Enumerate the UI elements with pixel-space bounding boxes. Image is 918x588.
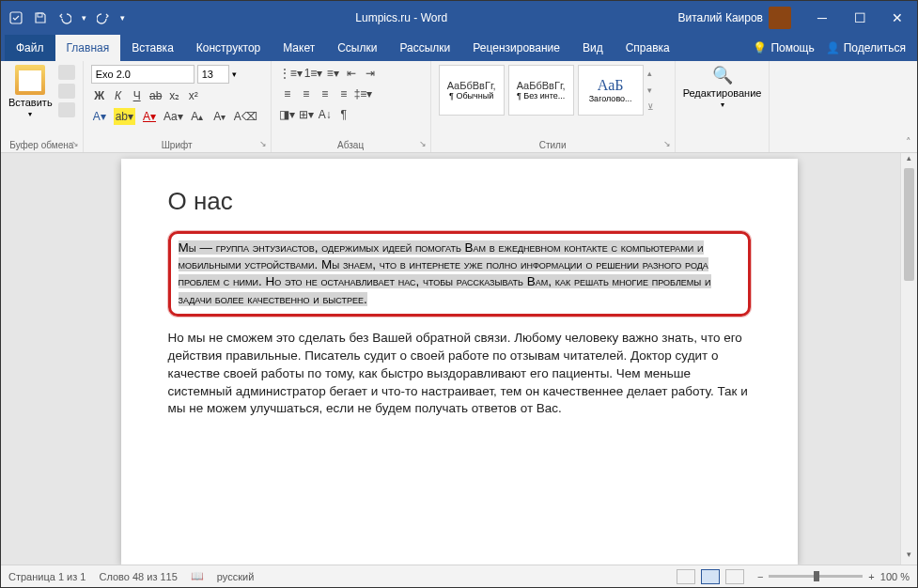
tab-review[interactable]: Рецензирование [461, 35, 571, 61]
word-count[interactable]: Слово 48 из 115 [99, 571, 177, 582]
tab-layout[interactable]: Макет [272, 35, 326, 61]
sort-button[interactable]: A↓ [317, 106, 334, 123]
highlight-button[interactable]: ab▾ [114, 108, 135, 125]
group-editing: 🔍 Редактирование ▾ [676, 61, 770, 152]
tab-insert[interactable]: Вставка [120, 35, 185, 61]
autosave-icon[interactable] [8, 10, 23, 25]
show-marks-button[interactable]: ¶ [335, 106, 352, 123]
styles-down-icon[interactable]: ▾ [647, 85, 654, 95]
align-left-button[interactable]: ≡ [279, 85, 296, 102]
tab-view[interactable]: Вид [571, 35, 615, 61]
tab-mailings[interactable]: Рассылки [388, 35, 461, 61]
scrollbar-thumb[interactable] [904, 168, 914, 281]
shading-button[interactable]: ◨▾ [279, 106, 296, 123]
text-effects-button[interactable]: A▾ [91, 108, 108, 125]
align-right-button[interactable]: ≡ [317, 85, 334, 102]
save-icon[interactable] [33, 10, 48, 25]
lightbulb-icon: 💡 [753, 41, 767, 54]
chevron-down-icon[interactable]: ▾ [232, 70, 237, 79]
web-layout-button[interactable] [725, 569, 744, 584]
dialog-launcher-icon[interactable]: ↘ [419, 139, 427, 148]
copy-button[interactable] [58, 84, 75, 99]
numbering-button[interactable]: 1≡▾ [304, 65, 323, 82]
change-case-button[interactable]: Aa▾ [163, 108, 183, 125]
vertical-scrollbar[interactable]: ▴ ▾ [900, 153, 917, 565]
page-indicator[interactable]: Страница 1 из 1 [8, 571, 86, 582]
paste-button[interactable]: Вставить ▾ [8, 65, 53, 118]
scroll-down-icon[interactable]: ▾ [901, 549, 917, 565]
language-indicator[interactable]: русский [217, 571, 254, 582]
underline-button[interactable]: Ч [129, 87, 146, 104]
align-center-button[interactable]: ≡ [298, 85, 315, 102]
borders-button[interactable]: ⊞▾ [298, 106, 315, 123]
grow-font-button[interactable]: A▴ [189, 108, 206, 125]
style-heading[interactable]: АаБ Заголово... [578, 65, 644, 116]
zoom-out-button[interactable]: − [757, 571, 763, 582]
maximize-button[interactable]: ☐ [848, 10, 872, 25]
font-color-button[interactable]: A▾ [141, 108, 158, 125]
page-heading: О нас [168, 187, 751, 216]
scroll-up-icon[interactable]: ▴ [901, 153, 917, 168]
minimize-button[interactable]: ─ [810, 10, 834, 25]
line-spacing-button[interactable]: ‡≡▾ [354, 85, 373, 102]
help-button[interactable]: 💡Помощь [753, 41, 814, 54]
undo-dropdown-icon[interactable]: ▾ [82, 13, 86, 23]
dialog-launcher-icon[interactable]: ↘ [259, 139, 267, 148]
zoom-in-button[interactable]: + [868, 571, 874, 582]
bullets-button[interactable]: ⋮≡▾ [279, 65, 303, 82]
format-painter-button[interactable] [58, 102, 75, 117]
font-name-input[interactable] [91, 65, 194, 84]
strikethrough-button[interactable]: ab [148, 87, 164, 104]
user-name: Виталий Каиров [677, 11, 763, 24]
ribbon-tabs: Файл Главная Вставка Конструктор Макет С… [1, 35, 917, 61]
user-account[interactable]: Виталий Каиров [677, 7, 791, 29]
styles-more-icon[interactable]: ⊻ [647, 102, 654, 112]
svg-rect-0 [10, 12, 22, 23]
superscript-button[interactable]: x² [185, 87, 202, 104]
dialog-launcher-icon[interactable]: ↘ [663, 139, 671, 148]
tab-help[interactable]: Справка [615, 35, 681, 61]
tab-file[interactable]: Файл [5, 35, 55, 61]
style-normal[interactable]: АаБбВвГг, ¶ Обычный [439, 65, 505, 116]
tab-home[interactable]: Главная [55, 35, 121, 61]
editing-button[interactable]: 🔍 Редактирование ▾ [683, 65, 762, 109]
cut-button[interactable] [58, 65, 75, 80]
shrink-font-button[interactable]: A▾ [211, 108, 228, 125]
window-title: Lumpics.ru - Word [125, 11, 677, 24]
view-switcher [677, 569, 744, 584]
collapse-ribbon-icon[interactable]: ˄ [906, 136, 911, 148]
selected-paragraph-highlight: Мы — группа энтузиастов, одержимых идеей… [168, 231, 751, 317]
spell-check-icon[interactable]: 📖 [191, 570, 204, 582]
close-button[interactable]: ✕ [885, 10, 910, 25]
group-font: ▾ Ж К Ч ab x₂ x² A▾ ab▾ A▾ Aa▾ A▴ A▾ A⌫ … [84, 61, 272, 152]
group-clipboard: Вставить ▾ Буфер обмена ↘ [1, 61, 84, 152]
increase-indent-button[interactable]: ⇥ [362, 65, 379, 82]
style-no-spacing[interactable]: АаБбВвГг, ¶ Без инте... [508, 65, 574, 116]
selected-text[interactable]: Мы — группа энтузиастов, одержимых идеей… [179, 240, 711, 306]
multilevel-button[interactable]: ≡▾ [324, 65, 341, 82]
tab-design[interactable]: Конструктор [185, 35, 272, 61]
tab-references[interactable]: Ссылки [326, 35, 388, 61]
redo-icon[interactable] [96, 10, 111, 25]
italic-button[interactable]: К [110, 87, 127, 104]
body-paragraph[interactable]: Но мы не сможем это сделать без Вашей об… [168, 330, 751, 418]
group-label: Абзац [279, 140, 423, 150]
print-layout-button[interactable] [701, 569, 720, 584]
subscript-button[interactable]: x₂ [166, 87, 183, 104]
styles-up-icon[interactable]: ▴ [647, 69, 654, 78]
share-button[interactable]: 👤Поделиться [826, 41, 906, 54]
dialog-launcher-icon[interactable]: ↘ [71, 139, 79, 148]
read-mode-button[interactable] [677, 569, 695, 584]
document-page[interactable]: О нас Мы — группа энтузиастов, одержимых… [121, 159, 798, 565]
decrease-indent-button[interactable]: ⇤ [343, 65, 360, 82]
zoom-level[interactable]: 100 % [880, 571, 910, 582]
avatar [769, 7, 791, 29]
bold-button[interactable]: Ж [91, 87, 108, 104]
clear-formatting-button[interactable]: A⌫ [234, 108, 257, 125]
font-size-input[interactable] [197, 65, 229, 84]
zoom-slider[interactable] [769, 575, 863, 578]
undo-icon[interactable] [57, 10, 72, 25]
group-paragraph: ⋮≡▾ 1≡▾ ≡▾ ⇤ ⇥ ≡ ≡ ≡ ≡ ‡≡▾ ◨▾ ⊞▾ A↓ ¶ Аб… [272, 61, 431, 152]
group-label: Буфер обмена [8, 140, 75, 150]
justify-button[interactable]: ≡ [335, 85, 352, 102]
